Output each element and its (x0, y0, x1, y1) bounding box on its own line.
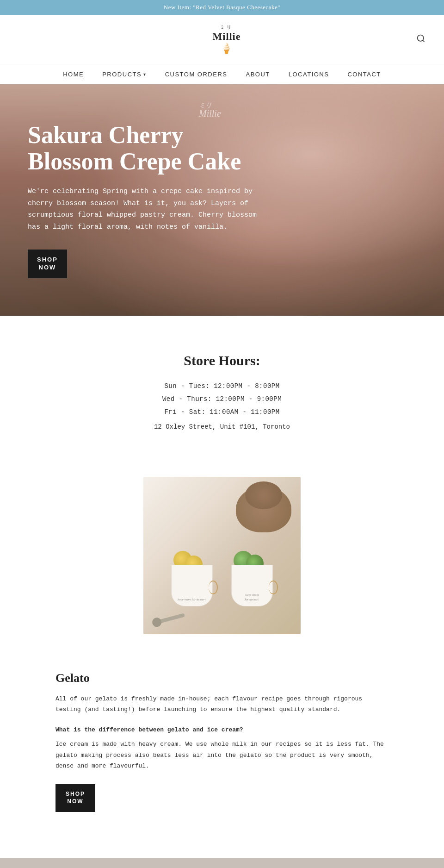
store-address: 12 Oxley Street, Unit #101, Toronto (18, 423, 426, 431)
store-hours-section: Store Hours: Sun - Tues: 12:00PM - 8:00P… (0, 316, 444, 458)
gelato-title: Gelato (56, 671, 388, 685)
cup-text-right: Save roomfor dessert. (245, 593, 259, 602)
gelato-image-section: Save room for dessert. Save roomfor dess… (0, 458, 444, 653)
cup-text-left: Save room for dessert. (178, 598, 207, 602)
nav-item-products[interactable]: PRODUCTS ▾ (102, 71, 146, 78)
header: ミリ Millie 🍦 (0, 15, 444, 64)
search-icon[interactable] (416, 34, 426, 45)
gelato-question: What is the difference between gelato an… (56, 724, 388, 735)
pricing-section: Slice Quarter Half (0, 858, 444, 868)
nav-item-custom-orders[interactable]: CUSTOM ORDERS (165, 71, 228, 78)
hero-content: Sakura Cherry Blossom Crepe Cake We're c… (0, 94, 296, 306)
cup-body-right: Save roomfor dessert. (231, 565, 273, 606)
store-hours-row-3: Fri - Sat: 11:00AM - 11:00PM (18, 408, 426, 416)
gelato-image: Save room for dessert. Save roomfor dess… (143, 477, 301, 634)
logo-name: Millie (213, 31, 241, 43)
gelato-shop-now-button[interactable]: SHOPNOW (56, 784, 95, 812)
gelato-answer: Ice cream is made with heavy cream. We u… (56, 739, 388, 771)
cup-handle-right (269, 581, 278, 594)
gelato-description: All of our gelato is freshly made in-hou… (56, 693, 388, 715)
hero-section: ミリ Millie Sakura Cherry Blossom Crepe Ca… (0, 84, 444, 316)
pastries-decoration (236, 486, 291, 532)
store-hours-row-2: Wed - Thurs: 12:00PM - 9:00PM (18, 395, 426, 403)
nav-item-home[interactable]: HOME (63, 71, 84, 78)
hero-shop-now-button[interactable]: SHOPNOW (28, 250, 67, 278)
cup-left: Save room for dessert. (166, 551, 217, 606)
svg-point-0 (418, 35, 424, 41)
logo-japanese: ミリ (220, 24, 233, 31)
nav-item-contact[interactable]: CONTACT (347, 71, 381, 78)
store-hours-row-1: Sun - Tues: 12:00PM - 8:00PM (18, 382, 426, 390)
spoon-decoration (157, 613, 185, 624)
announcement-bar: New Item: "Red Velvet Basque Cheesecake" (0, 0, 444, 15)
nav-item-locations[interactable]: LOCATIONS (289, 71, 329, 78)
main-nav: HOME PRODUCTS ▾ CUSTOM ORDERS ABOUT LOCA… (0, 64, 444, 84)
hero-description: We're celebrating Spring with a crepe ca… (28, 186, 268, 233)
svg-line-1 (423, 40, 425, 42)
cup-body-left: Save room for dessert. (171, 565, 213, 606)
cup-right: Save roomfor dessert. (227, 551, 278, 606)
logo-icon: 🍦 (220, 43, 233, 55)
products-dropdown-arrow: ▾ (143, 72, 147, 77)
store-hours-title: Store Hours: (18, 353, 426, 368)
hero-title: Sakura Cherry Blossom Crepe Cake (28, 122, 268, 175)
logo[interactable]: ミリ Millie 🍦 (213, 24, 241, 55)
logo-area: ミリ Millie 🍦 (37, 24, 416, 55)
gelato-text-section: Gelato All of our gelato is freshly made… (0, 653, 444, 831)
cup-handle-left (209, 581, 218, 594)
announcement-text: New Item: "Red Velvet Basque Cheesecake" (164, 4, 280, 11)
nav-item-about[interactable]: ABOUT (246, 71, 270, 78)
